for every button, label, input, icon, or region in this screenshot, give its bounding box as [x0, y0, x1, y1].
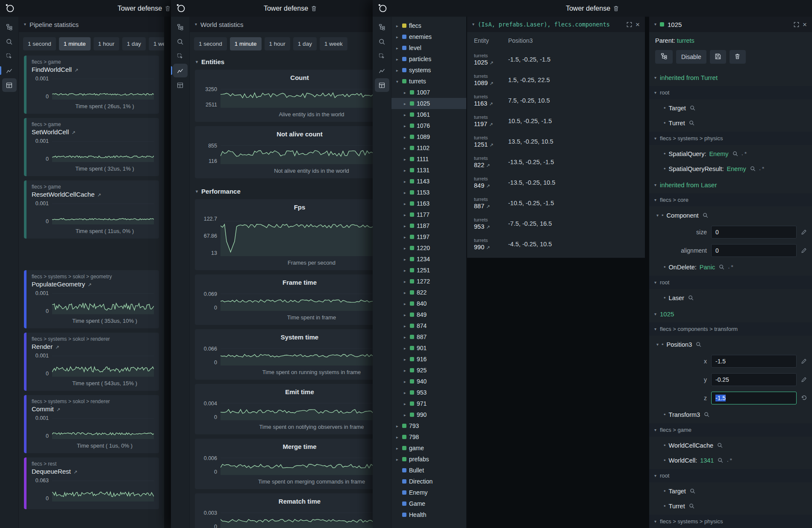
expand-arrow-icon[interactable]: ▸: [403, 224, 407, 228]
system-name-link[interactable]: Render↗: [32, 343, 154, 350]
query-component-icon[interactable]: [750, 166, 756, 171]
tree-item-990[interactable]: ▸990: [391, 409, 466, 420]
tree-item-840[interactable]: ▸840: [391, 298, 466, 309]
component-path-header[interactable]: ▾root: [649, 86, 812, 99]
tree-item-901[interactable]: ▸901: [391, 342, 466, 354]
entity-id-link[interactable]: 1197 ↗: [474, 121, 508, 127]
expand-arrow-icon[interactable]: ▸: [403, 246, 407, 251]
query-result-row[interactable]: turrets953 ↗-7.5, -0.25, 16.5: [467, 213, 645, 234]
expand-arrow-icon[interactable]: ▸: [403, 212, 407, 217]
tree-item-enemies[interactable]: ▸enemies: [391, 31, 466, 42]
panel-header[interactable]: ▾ Pipeline statistics: [19, 17, 164, 32]
entity-id-link[interactable]: 1163 ↗: [474, 100, 508, 107]
tree-item-prefabs[interactable]: ▸prefabs: [391, 454, 466, 465]
tree-item-793[interactable]: ▸793: [391, 420, 466, 431]
expand-arrow-icon[interactable]: ▸: [403, 268, 407, 273]
time-range-1-minute[interactable]: 1 minute: [59, 37, 91, 50]
collapse-chevron-icon[interactable]: ▾: [195, 22, 197, 27]
component-path-header[interactable]: ▾root: [649, 469, 812, 482]
search-icon[interactable]: [173, 35, 188, 48]
tree-item-1131[interactable]: ▸1131: [391, 165, 466, 176]
expand-arrow-icon[interactable]: ▸: [403, 301, 407, 306]
undo-icon[interactable]: [801, 395, 808, 401]
query-component-icon[interactable]: [718, 457, 723, 463]
inspect-icon[interactable]: [173, 49, 188, 63]
system-name-link[interactable]: Commit↗: [32, 405, 154, 413]
tree-item-925[interactable]: ▸925: [391, 365, 466, 376]
expand-arrow-icon[interactable]: ▸: [403, 124, 407, 128]
query-result-row[interactable]: turrets887 ↗-10.5, -0.25, -1.5: [467, 193, 645, 213]
query-result-row[interactable]: turrets990 ↗-4.5, -0.25, 10.5: [467, 234, 645, 254]
delete-world-icon[interactable]: [311, 6, 317, 12]
collapse-chevron-icon[interactable]: ▾: [654, 519, 656, 524]
field-input-alignment[interactable]: [711, 244, 797, 257]
chart-icon[interactable]: [173, 64, 188, 77]
system-name-link[interactable]: FindWorldCell↗: [32, 66, 154, 73]
edit-icon[interactable]: [801, 248, 808, 254]
tree-item-1111[interactable]: ▸1111: [391, 153, 466, 165]
collapse-chevron-icon[interactable]: ▾: [656, 213, 659, 218]
component-value-link[interactable]: Panic: [700, 264, 715, 271]
tree-item-1177[interactable]: ▸1177: [391, 209, 466, 220]
query-result-row[interactable]: turrets1025 ↗-1.5, -0.25, -1.5: [467, 49, 645, 70]
delete-world-icon[interactable]: [613, 6, 619, 12]
tree-item-1153[interactable]: ▸1153: [391, 187, 466, 198]
collapse-chevron-icon[interactable]: ▾: [196, 60, 198, 64]
expand-arrow-icon[interactable]: ▸: [395, 24, 400, 28]
tree-item-916[interactable]: ▸916: [391, 354, 466, 365]
edit-icon[interactable]: [801, 229, 808, 235]
entity-id-link[interactable]: 887 ↗: [474, 203, 508, 209]
tree-item-1007[interactable]: ▸1007: [391, 87, 466, 98]
component-value-link[interactable]: Enemy: [709, 150, 728, 157]
expand-arrow-icon[interactable]: ▸: [403, 324, 407, 328]
expand-arrow-icon[interactable]: ▸: [403, 357, 407, 362]
component-path-header[interactable]: ▾flecs > systems > physics: [649, 132, 812, 145]
system-name-link[interactable]: PopulateGeometry↗: [32, 280, 154, 288]
chart-icon[interactable]: [375, 64, 389, 77]
component-row[interactable]: •Turret: [649, 499, 812, 513]
component-row[interactable]: •SpatialQuery:Enemy.*: [649, 146, 812, 161]
tree-item-1102[interactable]: ▸1102: [391, 142, 466, 153]
expand-arrow-icon[interactable]: ▸: [403, 279, 407, 284]
collapse-chevron-icon[interactable]: ▾: [24, 22, 26, 27]
time-range-1-hour[interactable]: 1 hour: [94, 37, 119, 50]
tree-item-1234[interactable]: ▸1234: [391, 254, 466, 265]
collapse-chevron-icon[interactable]: ▾: [654, 136, 656, 141]
tree-item-Direction[interactable]: Direction: [391, 476, 466, 487]
expand-panel-icon[interactable]: [794, 22, 799, 27]
time-range-1-second[interactable]: 1 second: [194, 37, 227, 50]
field-input-z[interactable]: -1.5: [711, 392, 797, 404]
tree-item-1143[interactable]: ▸1143: [391, 176, 466, 187]
hierarchy-view-button[interactable]: [655, 50, 673, 64]
system-name-link[interactable]: ResetWorldCellCache↗: [32, 191, 154, 198]
inspect-icon[interactable]: [2, 49, 17, 63]
component-path-header[interactable]: ▾flecs > components > transform: [649, 322, 812, 336]
query-result-row[interactable]: turrets1251 ↗13.5, -0.25, 10.5: [467, 131, 645, 152]
expand-arrow-icon[interactable]: ▸: [395, 35, 400, 39]
field-input-size[interactable]: [711, 226, 797, 239]
inspector-section-header[interactable]: ▾inherited from Laser: [649, 176, 812, 192]
query-input[interactable]: (IsA, prefabs.Laser), flecs.components: [478, 21, 623, 28]
component-row[interactable]: •Target: [649, 100, 812, 115]
delete-world-icon[interactable]: [165, 6, 171, 12]
entity-id-link[interactable]: 1089 ↗: [474, 80, 508, 86]
expand-arrow-icon[interactable]: ▸: [403, 346, 407, 351]
component-row[interactable]: •Target: [649, 484, 812, 499]
tree-item-turrets[interactable]: ▾turrets: [391, 76, 466, 87]
system-name-link[interactable]: SetWorldCell↗: [32, 128, 154, 136]
tree-item-Health[interactable]: Health: [391, 509, 466, 520]
entity-id-link[interactable]: 849 ↗: [474, 182, 508, 189]
collapse-chevron-icon[interactable]: ▾: [654, 183, 656, 187]
collapse-chevron-icon[interactable]: ▾: [654, 198, 656, 202]
component-path-header[interactable]: ▾flecs > core: [649, 193, 812, 206]
expand-arrow-icon[interactable]: ▸: [403, 157, 407, 162]
tree-item-1251[interactable]: ▸1251: [391, 265, 466, 276]
tree-item-874[interactable]: ▸874: [391, 320, 466, 331]
expand-panel-icon[interactable]: [627, 22, 632, 27]
expand-arrow-icon[interactable]: ▸: [403, 190, 407, 195]
tree-item-1076[interactable]: ▸1076: [391, 120, 466, 131]
component-row[interactable]: •Turret: [649, 115, 812, 130]
tree-item-1220[interactable]: ▸1220: [391, 242, 466, 254]
collapse-chevron-icon[interactable]: ▾: [654, 91, 656, 95]
collapse-arrow-icon[interactable]: ▾: [395, 79, 400, 84]
